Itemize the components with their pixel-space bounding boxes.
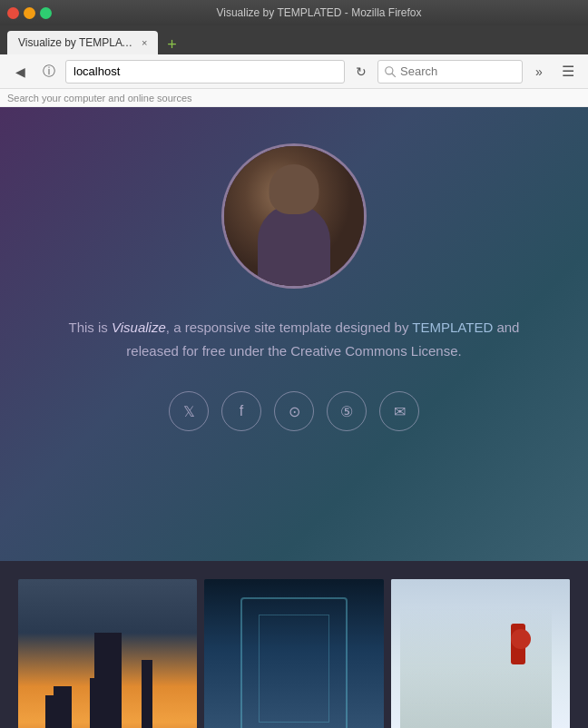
overflow-button[interactable]: » bbox=[526, 59, 552, 84]
overflow-icon: » bbox=[535, 64, 543, 79]
city-image bbox=[18, 579, 197, 728]
search-input[interactable] bbox=[377, 60, 523, 84]
refresh-icon: ↻ bbox=[356, 64, 367, 79]
close-button[interactable] bbox=[7, 7, 19, 19]
back-icon: ◀ bbox=[15, 64, 25, 79]
url-bar[interactable] bbox=[65, 60, 345, 84]
new-tab-button[interactable]: + bbox=[162, 34, 181, 54]
avatar bbox=[221, 143, 367, 289]
templated-link[interactable]: TEMPLATED bbox=[412, 320, 493, 335]
title-bar: Visualize by TEMPLATED - Mozilla Firefox bbox=[0, 0, 588, 25]
browser-tab[interactable]: Visualize by TEMPLATED × bbox=[7, 31, 158, 54]
gallery-item-city[interactable] bbox=[18, 579, 197, 728]
tunnel-image bbox=[204, 579, 383, 728]
facebook-icon[interactable]: f bbox=[221, 391, 261, 431]
menu-icon: ☰ bbox=[562, 63, 574, 80]
gallery: Lorem ipsum dolor sit amet Lorem ipsum d… bbox=[0, 561, 588, 728]
info-icon: ⓘ bbox=[43, 64, 55, 80]
refresh-button[interactable]: ↻ bbox=[348, 59, 374, 84]
hero-description: This is Visualize, a responsive site tem… bbox=[67, 316, 521, 362]
snow-image bbox=[391, 579, 570, 728]
gallery-item-snow[interactable]: Lorem ipsum dolor sit amet bbox=[391, 579, 570, 728]
window-controls bbox=[7, 7, 52, 19]
nav-bar: ◀ ⓘ ↻ » ☰ bbox=[0, 54, 588, 89]
window-title: Visualize by TEMPLATED - Mozilla Firefox bbox=[57, 6, 581, 19]
menu-button[interactable]: ☰ bbox=[555, 59, 581, 84]
social-icons: 𝕏 f ⊙ ⑤ ✉ bbox=[169, 391, 419, 431]
hero-section: This is Visualize, a responsive site tem… bbox=[0, 107, 588, 561]
main-content[interactable]: This is Visualize, a responsive site tem… bbox=[0, 107, 588, 728]
minimize-button[interactable] bbox=[24, 7, 35, 19]
back-button[interactable]: ◀ bbox=[7, 59, 33, 84]
avatar-image bbox=[224, 146, 364, 286]
dribbble-icon[interactable]: ⑤ bbox=[327, 391, 367, 431]
twitter-icon[interactable]: 𝕏 bbox=[169, 391, 209, 431]
tab-label: Visualize by TEMPLATED bbox=[18, 36, 136, 49]
tab-close-icon[interactable]: × bbox=[142, 37, 147, 48]
email-icon[interactable]: ✉ bbox=[379, 391, 419, 431]
gallery-item-tunnel[interactable]: Lorem ipsum dolor sit amet bbox=[204, 579, 383, 728]
maximize-button[interactable] bbox=[40, 7, 52, 19]
info-button[interactable]: ⓘ bbox=[36, 59, 62, 84]
instagram-icon[interactable]: ⊙ bbox=[274, 391, 314, 431]
tab-bar: Visualize by TEMPLATED × + bbox=[0, 25, 588, 54]
search-hint: Search your computer and online sources bbox=[0, 89, 588, 107]
